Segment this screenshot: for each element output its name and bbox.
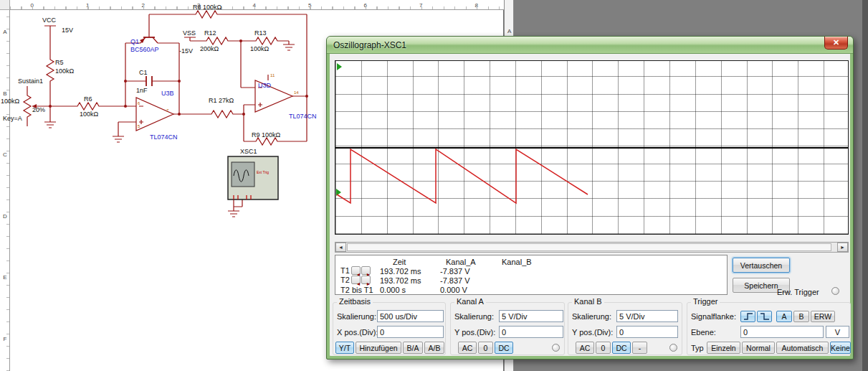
q1-part: BC560AP [130,46,159,53]
scroll-left-button[interactable]: ◄ [335,243,346,252]
trigger-source-a-button[interactable]: A [776,311,792,322]
t2-kanal-a-value: -7.837 V [440,276,470,285]
trigger-type-keine-button[interactable]: Keine [830,342,851,354]
resistor-r6[interactable] [74,103,102,110]
resistor-r9[interactable] [252,138,281,145]
c1-value: 1nF [136,87,148,94]
channel-a-zero-button[interactable]: 0 [478,342,493,354]
ground-symbol[interactable] [113,136,124,142]
r13-value: 100kΩ [250,45,270,52]
t2-bis-t1-label: T2 bis T1 [340,286,373,294]
t1-kanal-a-value: -7.837 V [440,267,470,276]
r5-value: 100kΩ [55,67,75,75]
capacitor-c1[interactable] [146,76,152,86]
channel-b-dc-button[interactable]: DC [612,342,631,354]
mode-ba-button[interactable]: B/A [403,342,423,354]
pot-name: Sustain1 [18,78,43,85]
close-icon: ✕ [833,38,839,47]
trigger-level-input[interactable] [740,326,824,338]
window-titlebar[interactable]: Oszillograph-XSC1 ✕ [327,37,853,54]
falling-edge-icon [760,312,770,321]
u3b-part: TL074CN [150,133,178,141]
col-header-time: Zeit [393,258,406,266]
channel-a-ypos-input[interactable] [499,326,563,338]
timebase-scale-input[interactable] [377,310,444,322]
waveform-trace [335,61,849,235]
channel-a-ac-button[interactable]: AC [458,342,477,354]
mode-yt-button[interactable]: Y/T [335,342,354,354]
zeitbasis-header: Zeitbasis [337,297,373,306]
t2-label: T2 [340,276,350,284]
mode-ab-button[interactable]: A/B [424,342,444,354]
r9-label: R9 100kΩ [252,131,281,138]
ground-symbol[interactable] [44,122,56,128]
close-button[interactable]: ✕ [824,37,848,50]
channel-b-scale-input[interactable] [616,310,678,322]
measurement-panel: Zeit Kanal_A Kanal_B T1 ◄ ► 193.702 ms -… [335,255,728,295]
vcc-label: VCC [42,17,57,24]
t1-left-button[interactable]: ◄ [351,266,361,275]
t1-label: T1 [340,266,350,275]
ruler-letter: A [507,28,511,34]
r13-label: R13 [254,29,267,37]
vcc-source[interactable]: VCC 15V [42,17,73,34]
transistor-q1[interactable] [140,37,158,43]
pot-key: Key=A [3,115,22,122]
channel-a-scale-input[interactable] [499,310,563,322]
rising-edge-button[interactable] [740,311,755,322]
resistor-r5[interactable] [47,56,54,85]
mode-add-button[interactable]: Hinzufügen [356,342,401,354]
channel-b-zero-button[interactable]: 0 [596,342,611,354]
app-edge [862,0,868,371]
opamp-u3b[interactable] [136,98,173,131]
r8-label: R8 100kΩ [193,4,222,11]
r6-value: 100kΩ [80,111,99,118]
scope-scrollbar[interactable]: ◄ ► [335,242,849,253]
r5-label: R5 [55,59,64,66]
scroll-left-icon: ◄ [338,245,343,250]
channel-b-minus-button[interactable]: - [632,342,647,354]
window-title: Oszillograph-XSC1 [333,40,406,50]
r1-label: R1 27kΩ [209,97,234,104]
scrollbar-thumb[interactable] [347,243,831,251]
t1-right-button[interactable]: ► [361,266,371,275]
u3b-label: U3B [161,90,174,97]
trigger-source-b-button[interactable]: B [793,311,809,322]
xsc1-label: XSC1 [240,148,257,155]
channel-b-ac-button[interactable]: AC [576,342,594,354]
channel-a-terminal-icon [552,344,560,352]
resistor-r12[interactable] [203,37,232,44]
channel-b-ypos-input[interactable] [616,326,678,338]
resistor-r8[interactable] [192,11,221,18]
vcc-value: 15V [62,27,73,34]
multisim-workspace: 012345678 ABCDEF VCC [0,0,868,371]
scope-display[interactable] [335,60,849,235]
ground-symbol[interactable] [283,44,295,50]
trigger-type-normal-button[interactable]: Normal [742,342,775,354]
oscilloscope-window[interactable]: Oszillograph-XSC1 ✕ ◄ ► Zeit Kanal_A Kan… [326,36,854,360]
resistor-r1[interactable] [208,111,237,118]
kanal-b-header: Kanal B [572,297,604,306]
trigger-type-einzeln-button[interactable]: Einzeln [707,342,740,354]
t2-left-button[interactable]: ◄ [351,276,361,284]
resistor-r13[interactable] [252,37,281,44]
trigger-type-automatisch-button[interactable]: Automatisch [776,342,829,354]
timebase-xpos-label: X pos.(Div): [337,328,378,337]
ground-symbol[interactable] [228,211,239,217]
pot-percent: 20% [32,106,45,113]
trigger-source-erw-button[interactable]: ERW [811,311,835,322]
xsc1-instrument-icon[interactable]: Ext Trig [228,156,278,199]
vertauschen-button[interactable]: Vertauschen [733,258,790,273]
channel-a-scale-label: Skalierung: [454,312,494,321]
timebase-xpos-input[interactable] [377,326,444,338]
trigger-level-unit[interactable]: V [826,326,849,338]
ext-trigger-label: Erw. Trigger [777,288,819,296]
scroll-right-icon: ► [840,245,845,250]
u3d-pin-out: 14 [294,90,299,95]
channel-a-dc-button[interactable]: DC [495,342,513,354]
scroll-right-button[interactable]: ► [837,243,848,252]
diff-kanal-a-value: 0.000 V [440,286,467,294]
falling-edge-button[interactable] [757,311,772,322]
t2-right-button[interactable]: ► [361,276,371,284]
trigger-edge-label: Signalflanke: [691,312,736,321]
